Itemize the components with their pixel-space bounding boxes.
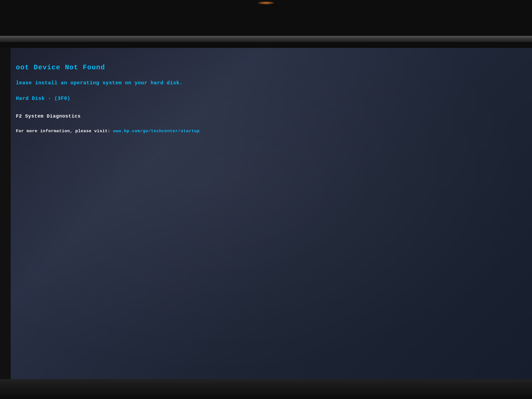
boot-error-title: oot Device Not Found bbox=[16, 62, 516, 73]
info-url: www.hp.com/go/techcenter/startup bbox=[113, 129, 200, 133]
key-action-f2: F2 System Diagnostics bbox=[16, 113, 516, 120]
photo-frame: oot Device Not Found lease install an op… bbox=[0, 0, 532, 399]
bottom-bezel bbox=[0, 379, 532, 399]
screen: oot Device Not Found lease install an op… bbox=[11, 44, 532, 379]
more-info-line: For more information, please visit: www.… bbox=[16, 128, 516, 134]
screen-top-edge bbox=[0, 36, 532, 42]
screen-content: oot Device Not Found lease install an op… bbox=[11, 44, 532, 155]
info-label: For more information, please visit: bbox=[16, 129, 110, 133]
webcam-light bbox=[258, 1, 274, 4]
error-code: Hard Disk - (3F0) bbox=[16, 95, 516, 103]
install-instruction: lease install an operating system on you… bbox=[16, 79, 516, 87]
